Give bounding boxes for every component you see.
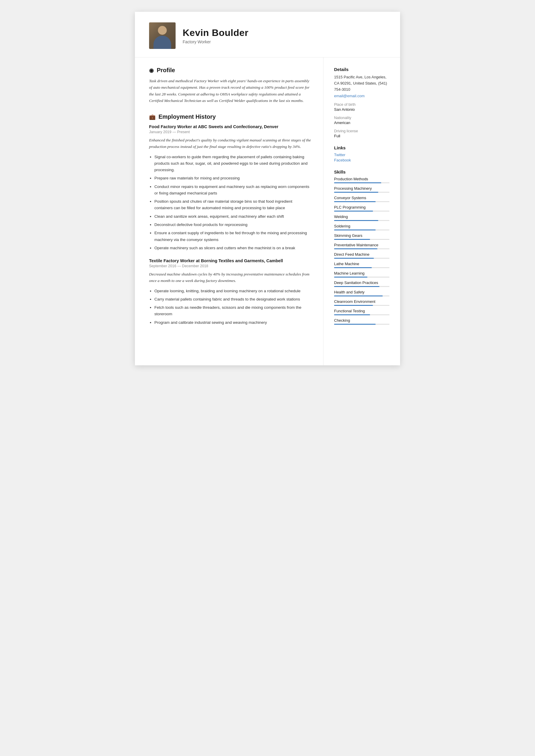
skill-name: Health and Safety bbox=[334, 290, 389, 294]
nationality-label: Nationality bbox=[334, 116, 389, 120]
detail-email[interactable]: email@email.com bbox=[334, 94, 365, 98]
skill-item: Conveyor Systems bbox=[334, 196, 389, 202]
skills-list: Production Methods Processing Machinery … bbox=[334, 177, 389, 325]
skill-bar-bg bbox=[334, 286, 389, 287]
left-column: ◉ Profile Task driven and methodical Fac… bbox=[135, 57, 324, 365]
list-item: Signal co-workers to guide them regardin… bbox=[155, 154, 311, 174]
list-item: Fetch tools such as needle threaders, sc… bbox=[155, 304, 311, 318]
skill-item: Checking bbox=[334, 318, 389, 325]
skill-bar-bg bbox=[334, 258, 389, 259]
list-item: Conduct minor repairs to equipment and m… bbox=[155, 183, 311, 197]
skill-item: Deep Sanitation Practices bbox=[334, 280, 389, 287]
skill-bar-bg bbox=[334, 295, 389, 296]
job-2-description: Decreased machine shutdown cycles by 40%… bbox=[149, 271, 311, 284]
skill-item: PLC Programming bbox=[334, 205, 389, 211]
profile-icon: ◉ bbox=[149, 67, 154, 74]
skill-bar-fill bbox=[334, 277, 367, 278]
skill-bar-bg bbox=[334, 192, 389, 193]
list-item: Position spouts and chutes of raw materi… bbox=[155, 198, 311, 211]
list-item: Prepare raw materials for mixing and pro… bbox=[155, 175, 311, 182]
skill-bar-fill bbox=[334, 201, 376, 202]
right-column: Details 1515 Pacific Ave, Los Angeles, C… bbox=[324, 57, 400, 365]
skill-name: Machine Learning bbox=[334, 271, 389, 275]
link-twitter[interactable]: Twitter bbox=[334, 153, 389, 157]
skill-bar-bg bbox=[334, 210, 389, 211]
skill-item: Welding bbox=[334, 214, 389, 221]
skill-item: Preventative Maintenance bbox=[334, 243, 389, 249]
skill-bar-fill bbox=[334, 248, 378, 249]
job-1-bullets: Signal co-workers to guide them regardin… bbox=[149, 154, 311, 251]
job-2-bullets: Operate looming, knitting, braiding and … bbox=[149, 288, 311, 326]
profile-section-title: ◉ Profile bbox=[149, 67, 311, 74]
skill-item: Cleanroom Environment bbox=[334, 299, 389, 306]
skills-section-title: Skills bbox=[334, 169, 389, 174]
skill-bar-bg bbox=[334, 314, 389, 315]
list-item: Ensure a constant supply of ingredients … bbox=[155, 230, 311, 243]
skill-bar-fill bbox=[334, 286, 380, 287]
skill-bar-bg bbox=[334, 248, 389, 249]
skill-item: Direct Feed Machine bbox=[334, 252, 389, 259]
skill-name: Cleanroom Environment bbox=[334, 299, 389, 304]
skill-bar-fill bbox=[334, 258, 374, 259]
skill-name: Checking bbox=[334, 318, 389, 322]
skill-name: Welding bbox=[334, 214, 389, 219]
list-item: Program and calibrate industrial sewing … bbox=[155, 320, 311, 326]
skill-item: Production Methods bbox=[334, 177, 389, 183]
list-item: Operate looming, knitting, braiding and … bbox=[155, 288, 311, 294]
skill-item: Lathe Machine bbox=[334, 262, 389, 268]
job-2: Textile Factory Worker at Borning Textil… bbox=[149, 258, 311, 326]
header-info: Kevin Boulder Factory Worker bbox=[183, 27, 248, 44]
skill-bar-bg bbox=[334, 305, 389, 306]
skill-bar-fill bbox=[334, 220, 378, 221]
candidate-name: Kevin Boulder bbox=[183, 27, 248, 38]
skill-bar-bg bbox=[334, 182, 389, 183]
skill-bar-fill bbox=[334, 182, 381, 183]
skill-bar-fill bbox=[334, 305, 373, 306]
driving-license-value: Full bbox=[334, 134, 389, 138]
job-1-dates: January 2019 — Present bbox=[149, 130, 311, 134]
skill-bar-bg bbox=[334, 277, 389, 278]
resume-page: Kevin Boulder Factory Worker ◉ Profile T… bbox=[135, 12, 400, 365]
list-item: Deconstruct defective food products for … bbox=[155, 222, 311, 228]
skill-item: Health and Safety bbox=[334, 290, 389, 296]
place-of-birth-value: San Antonio bbox=[334, 107, 389, 112]
avatar-image bbox=[149, 22, 176, 49]
skill-name: Direct Feed Machine bbox=[334, 252, 389, 257]
details-section-title: Details bbox=[334, 67, 389, 72]
skill-name: PLC Programming bbox=[334, 205, 389, 210]
header: Kevin Boulder Factory Worker bbox=[135, 12, 400, 57]
skill-name: Soldering bbox=[334, 224, 389, 228]
skill-item: Machine Learning bbox=[334, 271, 389, 278]
driving-license-label: Driving license bbox=[334, 129, 389, 133]
skill-item: Skimming Gears bbox=[334, 233, 389, 240]
skill-bar-bg bbox=[334, 201, 389, 202]
list-item: Clean and sanitize work areas, equipment… bbox=[155, 213, 311, 220]
skill-bar-bg bbox=[334, 324, 389, 325]
job-1-title: Food Factory Worker at ABC Sweets and Co… bbox=[149, 124, 311, 129]
links-section-title: Links bbox=[334, 145, 389, 150]
skill-name: Deep Sanitation Practices bbox=[334, 280, 389, 285]
job-2-dates: September 2016 — December 2018 bbox=[149, 264, 311, 268]
skill-item: Soldering bbox=[334, 224, 389, 230]
skill-bar-bg bbox=[334, 267, 389, 268]
candidate-title: Factory Worker bbox=[183, 40, 248, 44]
skill-bar-fill bbox=[334, 314, 370, 315]
skill-bar-fill bbox=[334, 230, 376, 230]
detail-address: 1515 Pacific Ave, Los Angeles, CA 90291,… bbox=[334, 74, 389, 93]
profile-text: Task driven and methodical Factory Worke… bbox=[149, 78, 311, 104]
avatar bbox=[149, 22, 176, 49]
skill-bar-fill bbox=[334, 192, 378, 193]
skill-name: Functional Testing bbox=[334, 309, 389, 313]
skill-item: Functional Testing bbox=[334, 309, 389, 315]
employment-icon: 💼 bbox=[149, 114, 155, 120]
skill-item: Processing Machinery bbox=[334, 186, 389, 193]
skill-name: Skimming Gears bbox=[334, 233, 389, 238]
skill-bar-fill bbox=[334, 295, 383, 296]
skill-name: Production Methods bbox=[334, 177, 389, 181]
skill-bar-fill bbox=[334, 239, 370, 240]
link-facebook[interactable]: Facebook bbox=[334, 158, 389, 162]
skill-bar-fill bbox=[334, 210, 373, 211]
skill-name: Preventative Maintenance bbox=[334, 243, 389, 247]
skill-bar-bg bbox=[334, 230, 389, 230]
job-1: Food Factory Worker at ABC Sweets and Co… bbox=[149, 124, 311, 251]
